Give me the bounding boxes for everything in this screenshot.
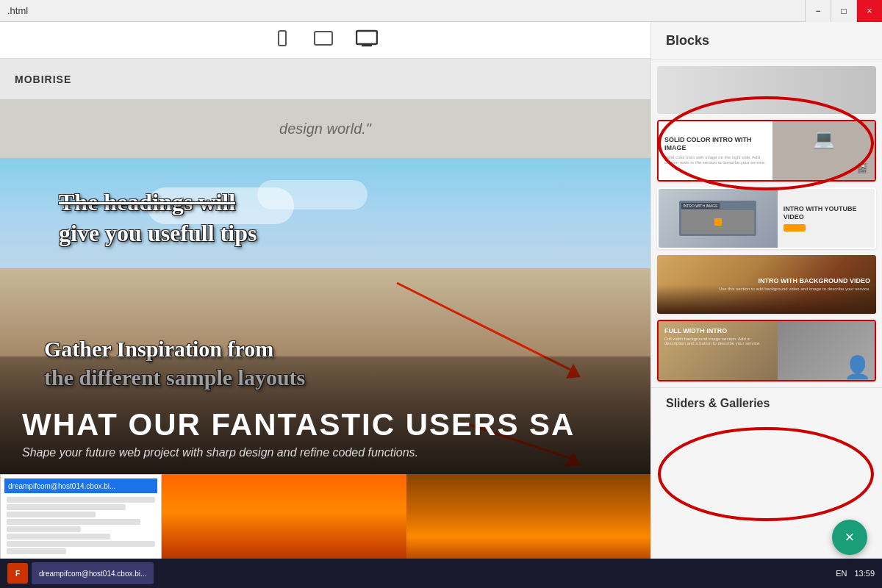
block-full-title: FULL WIDTH INTRO: [664, 327, 772, 335]
quote-section: design world.": [0, 99, 650, 158]
block-full-left: FULL WIDTH INTRO Full width background i…: [659, 321, 778, 380]
chat-row: [7, 512, 96, 517]
sliders-galleries-label: Sliders & Galleries: [651, 387, 882, 419]
taskbar: F dreampifcom@host014.cbox.bi... EN 13:5…: [0, 559, 882, 588]
website-preview: MOBIRISE design world." The headings wil…: [0, 59, 650, 588]
hero-title: WHAT OUR FANTASTIC USERS SA: [22, 407, 575, 442]
block-bg-title: INTRO WITH BACKGROUND VIDEO: [719, 277, 870, 285]
window-title: .html: [0, 5, 28, 16]
preview-topbar: MOBIRISE: [0, 59, 650, 99]
taskbar-start[interactable]: F: [7, 563, 28, 584]
chat-row: [7, 526, 81, 532]
block-bg-text: INTRO WITH BACKGROUND VIDEO Use this sec…: [719, 277, 870, 292]
block-intro-bg-video[interactable]: INTRO WITH BACKGROUND VIDEO Use this sec…: [657, 255, 876, 314]
svg-rect-4: [356, 31, 377, 44]
blocks-panel-header: Blocks: [651, 22, 882, 60]
block-solid-color-intro[interactable]: SOLID COLOR INTRO WITH IMAGE Solid color…: [657, 120, 876, 182]
chat-row: [7, 504, 126, 510]
block-solid-title: SOLID COLOR INTRO WITH IMAGE: [664, 136, 767, 152]
block-solid-top: SOLID COLOR INTRO WITH IMAGE Solid color…: [659, 121, 875, 180]
chat-row: [7, 497, 155, 503]
chat-body: [4, 493, 157, 558]
svg-rect-0: [279, 31, 286, 46]
block-solid-color-thumb: SOLID COLOR INTRO WITH IMAGE Solid color…: [659, 121, 875, 180]
taskbar-item-label: dreampifcom@host014.cbox.bi...: [39, 570, 146, 578]
person-icon: 👤: [844, 354, 871, 380]
block-bg-video-thumb: INTRO WITH BACKGROUND VIDEO Use this sec…: [657, 255, 876, 314]
tablet-view-icon[interactable]: [313, 29, 334, 51]
hero-bottom: WHAT OUR FANTASTIC USERS SA Shape your f…: [0, 356, 650, 474]
fab-close-button[interactable]: ×: [832, 520, 867, 555]
chat-row: [7, 541, 155, 547]
taskbar-language: EN: [836, 569, 847, 578]
block-intro-youtube[interactable]: INTRO WITH IMAGE INTRO WITH YOUTUBE VIDE…: [657, 187, 876, 249]
blocks-panel: Blocks SOLID COLOR INTRO WITH IMAGE Soli…: [650, 22, 882, 588]
block-video-right: INTRO WITH YOUTUBE VIDEO: [778, 189, 875, 248]
preview-logo: MOBIRISE: [15, 74, 71, 85]
block-bg-desc: Use this section to add background video…: [719, 287, 870, 292]
block-video-title: INTRO WITH YOUTUBE VIDEO: [784, 205, 869, 221]
block-video-cta[interactable]: [784, 224, 806, 232]
desktop-view-icon[interactable]: [356, 29, 378, 51]
block-full-width-intro[interactable]: FULL WIDTH INTRO Full width background i…: [657, 320, 876, 381]
video-mini-label: INTRO WITH IMAGE: [681, 203, 719, 209]
view-toolbar: [0, 22, 650, 59]
block-full-right: 👤: [778, 321, 875, 380]
svg-rect-2: [315, 32, 332, 45]
chat-header: dreampifcom@host014.cbox.bi...: [4, 478, 157, 493]
mobile-view-icon[interactable]: [273, 29, 291, 51]
block-solid-desc: Solid color intro with image on the righ…: [664, 155, 767, 165]
taskbar-item-cbox[interactable]: dreampifcom@host014.cbox.bi...: [32, 562, 154, 584]
block-full-thumb: FULL WIDTH INTRO Full width background i…: [659, 321, 875, 380]
block-video-left: INTRO WITH IMAGE: [659, 189, 778, 248]
taskbar-clock: 13:59: [854, 569, 875, 578]
chat-header-label: dreampifcom@host014.cbox.bi...: [8, 482, 115, 490]
restore-button[interactable]: □: [831, 0, 856, 22]
main-preview-area: MOBIRISE design world." The headings wil…: [0, 59, 650, 588]
minimize-button[interactable]: −: [805, 0, 831, 22]
block-solid-right: 💻 📓: [772, 121, 875, 180]
block-video-thumb: INTRO WITH IMAGE INTRO WITH YOUTUBE VIDE…: [659, 189, 875, 248]
annotation-1-line2: give you usefull tips: [59, 218, 257, 249]
chat-row: [7, 534, 110, 539]
annotation-1-line1: The headings will: [59, 187, 257, 218]
block-full-desc: Full width background image section. Add…: [664, 337, 772, 346]
title-bar: .html − □ ×: [0, 0, 882, 22]
video-play-btn: [714, 218, 722, 226]
window-controls: − □ ×: [805, 0, 882, 22]
quote-text: design world.": [279, 121, 371, 137]
chat-row: [7, 519, 140, 525]
chat-row: [7, 548, 66, 554]
hero-subtitle: Shape your future web project with sharp…: [22, 446, 418, 459]
taskbar-right: EN 13:59: [836, 569, 875, 578]
block-top-inner: [657, 66, 876, 114]
block-solid-left: SOLID COLOR INTRO WITH IMAGE Solid color…: [659, 121, 772, 180]
block-top-partial[interactable]: [657, 66, 876, 114]
hero-section: The headings will give you usefull tips …: [0, 158, 650, 474]
close-button[interactable]: ×: [856, 0, 882, 22]
annotation-1: The headings will give you usefull tips: [59, 187, 257, 248]
